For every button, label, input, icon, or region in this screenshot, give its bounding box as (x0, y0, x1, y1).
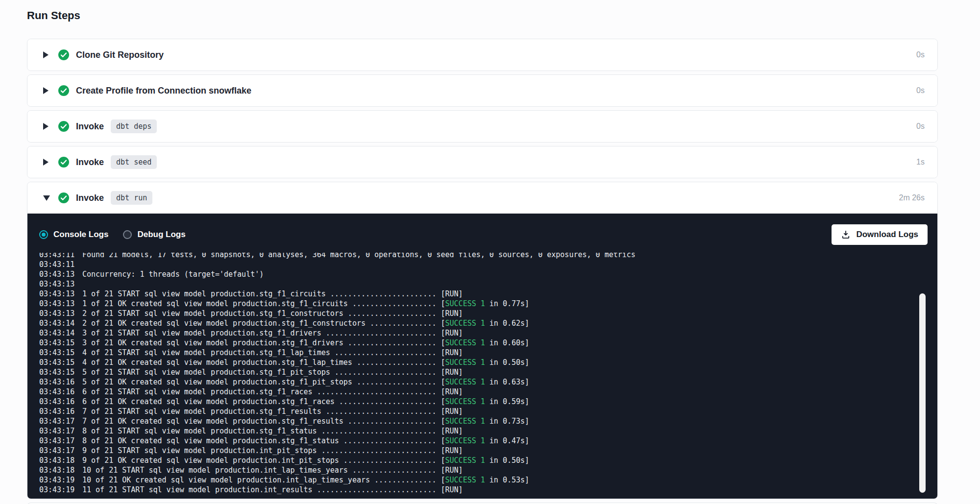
success-check-icon (58, 49, 69, 60)
console-log: 03:43:11Found 21 models, 17 tests, 0 sna… (27, 253, 937, 495)
step-label: Invoke (76, 193, 104, 203)
log-line: 03:43:155 of 21 START sql view model pro… (39, 367, 937, 377)
download-icon (841, 230, 851, 240)
log-line: 03:43:13 (39, 279, 937, 289)
steps-list: Clone Git Repository 0s Create Profile f… (27, 39, 938, 504)
step-duration: 1s (916, 158, 925, 167)
collapse-caret-icon[interactable] (43, 195, 51, 201)
step-command-chip: dbt run (111, 191, 152, 205)
log-line: 03:43:177 of 21 OK created sql view mode… (39, 416, 937, 426)
log-line: 03:43:131 of 21 START sql view model pro… (39, 289, 937, 299)
step-row-invoke-dbt-seed[interactable]: Invoke dbt seed 1s (27, 146, 937, 178)
step-row-create-profile[interactable]: Create Profile from Connection snowflake… (27, 75, 937, 106)
log-line: 03:43:143 of 21 START sql view model pro… (39, 328, 937, 338)
success-check-icon (58, 121, 69, 132)
step-card-invoke-dbt-deps: Invoke dbt deps 0s (27, 110, 938, 143)
expand-caret-icon[interactable] (43, 159, 51, 166)
log-line: 03:43:1911 of 21 START sql view model pr… (39, 485, 937, 495)
console-panel: Console Logs Debug Logs Download Logs (27, 214, 937, 499)
step-row-invoke-dbt-deps[interactable]: Invoke dbt deps 0s (27, 111, 937, 142)
step-duration: 0s (916, 86, 925, 95)
debug-logs-label: Debug Logs (137, 230, 185, 240)
success-check-icon (58, 85, 69, 96)
console-logs-radio[interactable]: Console Logs (39, 230, 108, 240)
log-line: 03:43:189 of 21 OK created sql view mode… (39, 456, 937, 465)
radio-unselected-icon (123, 230, 132, 239)
success-check-icon (58, 192, 69, 203)
console-logs-label: Console Logs (53, 230, 108, 240)
log-line: 03:43:1810 of 21 START sql view model pr… (39, 465, 937, 475)
log-line: 03:43:11Found 21 models, 17 tests, 0 sna… (39, 253, 937, 260)
console-scrollbar[interactable] (919, 293, 926, 493)
log-line: 03:43:165 of 21 OK created sql view mode… (39, 377, 937, 387)
step-label: Create Profile from Connection snowflake (76, 86, 251, 96)
step-row-clone-git-repository[interactable]: Clone Git Repository 0s (27, 39, 937, 71)
step-command-chip: dbt deps (111, 120, 157, 133)
log-line: 03:43:154 of 21 OK created sql view mode… (39, 358, 937, 367)
log-line: 03:43:131 of 21 OK created sql view mode… (39, 299, 937, 309)
step-label: Invoke (76, 157, 104, 168)
log-line: 03:43:153 of 21 OK created sql view mode… (39, 338, 937, 348)
log-line: 03:43:154 of 21 START sql view model pro… (39, 348, 937, 358)
step-label: Clone Git Repository (76, 50, 164, 60)
step-duration: 0s (916, 122, 925, 131)
log-line: 03:43:13Concurrency: 1 threads (target='… (39, 269, 937, 279)
log-line: 03:43:178 of 21 OK created sql view mode… (39, 436, 937, 446)
log-line: 03:43:142 of 21 OK created sql view mode… (39, 318, 937, 328)
log-line: 03:43:166 of 21 START sql view model pro… (39, 387, 937, 397)
console-header: Console Logs Debug Logs Download Logs (27, 214, 937, 253)
log-line: 03:43:1910 of 21 OK created sql view mod… (39, 475, 937, 485)
expand-caret-icon[interactable] (43, 51, 51, 58)
page-title: Run Steps (27, 0, 938, 23)
download-logs-button[interactable]: Download Logs (832, 224, 928, 245)
log-line: 03:43:167 of 21 START sql view model pro… (39, 407, 937, 416)
expand-caret-icon[interactable] (43, 87, 51, 94)
download-logs-label: Download Logs (856, 229, 918, 240)
radio-selected-icon (39, 230, 48, 239)
log-line: 03:43:132 of 21 START sql view model pro… (39, 309, 937, 318)
step-duration: 0s (916, 50, 925, 59)
step-card-invoke-dbt-run: Invoke dbt run 2m 26s Console Logs Debug… (27, 182, 938, 499)
step-row-invoke-dbt-run[interactable]: Invoke dbt run 2m 26s (27, 182, 937, 214)
debug-logs-radio[interactable]: Debug Logs (123, 230, 185, 240)
step-duration: 2m 26s (899, 193, 925, 202)
step-command-chip: dbt seed (111, 155, 157, 169)
step-label: Invoke (76, 121, 104, 132)
step-card-clone-git-repository: Clone Git Repository 0s (27, 39, 938, 71)
log-line: 03:43:179 of 21 START sql view model pro… (39, 446, 937, 456)
log-line: 03:43:166 of 21 OK created sql view mode… (39, 397, 937, 407)
success-check-icon (58, 157, 69, 168)
expand-caret-icon[interactable] (43, 123, 51, 130)
log-line: 03:43:11 (39, 260, 937, 269)
step-card-create-profile: Create Profile from Connection snowflake… (27, 74, 938, 107)
log-line: 03:43:178 of 21 START sql view model pro… (39, 426, 937, 436)
step-card-invoke-dbt-seed: Invoke dbt seed 1s (27, 146, 938, 178)
run-steps-page: Run Steps Clone Git Repository 0s (27, 0, 938, 504)
